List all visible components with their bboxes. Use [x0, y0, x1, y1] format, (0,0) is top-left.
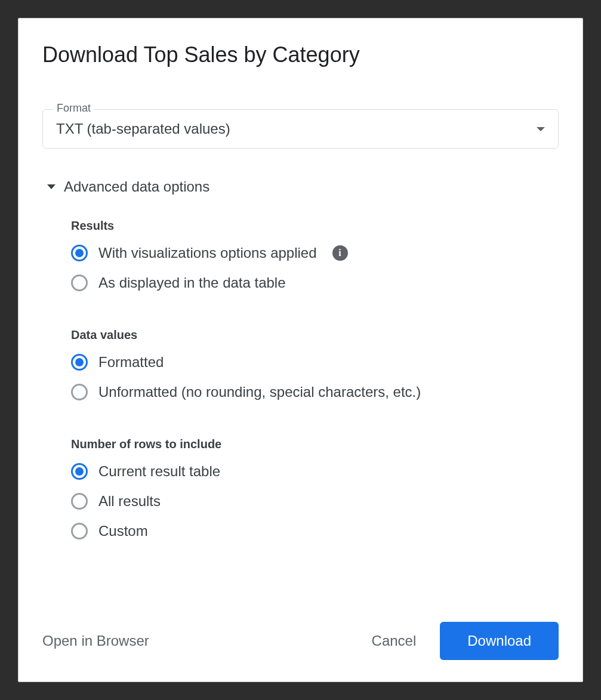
radio-label: All results [98, 493, 161, 510]
format-value: TXT (tab-separated values) [56, 121, 230, 137]
spacer [42, 576, 559, 604]
radio-unchecked-icon [71, 523, 88, 539]
advanced-options-toggle[interactable]: Advanced data options [47, 178, 559, 195]
results-option-visualizations[interactable]: With visualizations options applied i [71, 245, 559, 261]
data-values-title: Data values [71, 328, 559, 342]
radio-label: Formatted [98, 354, 164, 371]
advanced-options-label: Advanced data options [64, 178, 209, 195]
open-in-browser-button[interactable]: Open in Browser [42, 633, 149, 649]
radio-checked-icon [71, 245, 88, 261]
chevron-down-icon [537, 127, 545, 131]
download-dialog: Download Top Sales by Category Format TX… [18, 18, 583, 682]
format-select[interactable]: TXT (tab-separated values) [42, 109, 559, 149]
rows-group: Number of rows to include Current result… [71, 437, 559, 553]
results-option-data-table[interactable]: As displayed in the data table [71, 275, 559, 291]
radio-unchecked-icon [71, 493, 88, 510]
dialog-footer: Open in Browser Cancel Download [42, 622, 559, 660]
data-values-option-formatted[interactable]: Formatted [71, 354, 559, 371]
rows-title: Number of rows to include [71, 437, 559, 451]
radio-label: Current result table [98, 463, 220, 480]
caret-down-icon [47, 184, 56, 189]
data-values-group: Data values Formatted Unformatted (no ro… [71, 328, 559, 414]
format-label: Format [53, 102, 94, 115]
radio-label: Custom [98, 523, 148, 539]
radio-unchecked-icon [71, 384, 88, 400]
radio-label: As displayed in the data table [98, 275, 286, 291]
info-icon[interactable]: i [332, 245, 348, 261]
radio-checked-icon [71, 354, 88, 371]
data-values-option-unformatted[interactable]: Unformatted (no rounding, special charac… [71, 384, 559, 400]
format-field: Format TXT (tab-separated values) [42, 109, 559, 149]
radio-unchecked-icon [71, 275, 88, 291]
download-button[interactable]: Download [440, 622, 559, 660]
rows-option-custom[interactable]: Custom [71, 523, 559, 539]
cancel-button[interactable]: Cancel [372, 633, 417, 649]
dialog-title: Download Top Sales by Category [42, 42, 559, 67]
rows-option-all[interactable]: All results [71, 493, 559, 510]
rows-option-current[interactable]: Current result table [71, 463, 559, 480]
results-title: Results [71, 219, 559, 233]
radio-label: Unformatted (no rounding, special charac… [98, 384, 421, 400]
radio-label: With visualizations options applied [98, 245, 317, 261]
radio-checked-icon [71, 463, 88, 480]
results-group: Results With visualizations options appl… [71, 219, 559, 304]
footer-right: Cancel Download [372, 622, 559, 660]
